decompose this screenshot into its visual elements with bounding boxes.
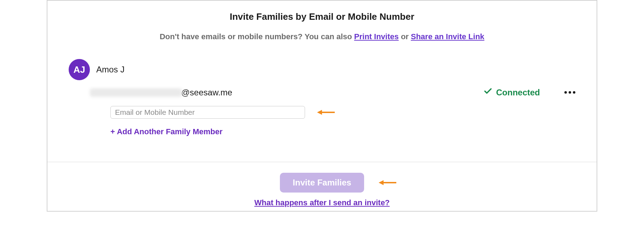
email-or-mobile-input[interactable] [110, 106, 305, 119]
share-invite-link[interactable]: Share an Invite Link [411, 32, 484, 41]
contact-row: @seesaw.me Connected [90, 87, 575, 98]
page-title: Invite Families by Email or Mobile Numbe… [47, 11, 597, 22]
subtitle-row: Don't have emails or mobile numbers? You… [47, 32, 597, 41]
header: Invite Families by Email or Mobile Numbe… [47, 1, 597, 22]
arrow-left-icon [317, 108, 335, 117]
print-invites-link[interactable]: Print Invites [354, 32, 399, 41]
add-another-family-member-link[interactable]: + Add Another Family Member [110, 127, 575, 136]
redacted-email-prefix [90, 88, 182, 97]
student-header: AJ Amos J [69, 59, 575, 80]
footer: Invite Families What happens after I sen… [47, 162, 597, 211]
svg-marker-1 [317, 110, 322, 115]
invite-families-button[interactable]: Invite Families [280, 173, 364, 193]
subtitle-or: or [401, 32, 411, 41]
more-menu-icon[interactable] [564, 91, 575, 94]
input-row [110, 106, 575, 119]
arrow-left-icon [379, 178, 397, 187]
what-happens-link[interactable]: What happens after I send an invite? [254, 198, 390, 207]
check-icon [483, 87, 493, 98]
subtitle-prefix: Don't have emails or mobile numbers? You… [160, 32, 354, 41]
avatar: AJ [69, 59, 90, 80]
invite-families-panel: Invite Families by Email or Mobile Numbe… [47, 0, 597, 212]
invite-button-row: Invite Families [47, 173, 597, 193]
status-block: Connected [483, 87, 540, 98]
status-text: Connected [496, 88, 540, 98]
student-section: AJ Amos J @seesaw.me Connected [47, 59, 597, 136]
svg-marker-3 [379, 180, 384, 185]
email-suffix: @seesaw.me [181, 88, 232, 98]
student-name: Amos J [96, 65, 125, 75]
